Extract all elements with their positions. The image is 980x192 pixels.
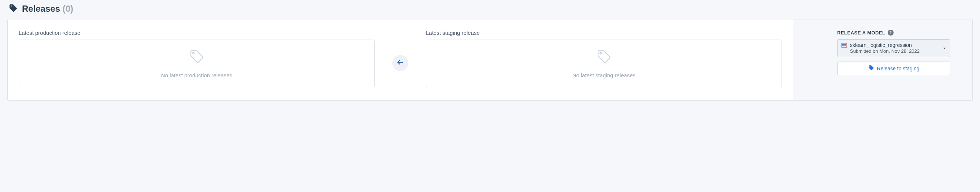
staging-empty-text: No latest staging releases	[573, 72, 636, 78]
release-to-staging-button[interactable]: Release to staging	[837, 62, 950, 75]
staging-column: Latest staging release No latest staging…	[426, 30, 782, 87]
releases-content: Latest production release No latest prod…	[8, 19, 793, 101]
production-column: Latest production release No latest prod…	[19, 30, 375, 87]
notebook-icon	[841, 43, 847, 48]
help-icon[interactable]: ?	[888, 30, 894, 35]
tag-icon	[9, 4, 18, 14]
tag-outline-icon	[596, 49, 612, 66]
promote-arrow-wrap	[375, 55, 426, 71]
tag-outline-icon	[189, 49, 204, 66]
production-label: Latest production release	[19, 30, 375, 36]
svg-point-2	[600, 53, 601, 54]
release-model-header: RELEASE A MODEL ?	[837, 30, 950, 35]
promote-arrow-button[interactable]	[392, 55, 408, 71]
releases-header: Releases (0)	[7, 4, 973, 14]
model-selector[interactable]: sklearn_logistic_regression Submitted on…	[837, 39, 950, 57]
svg-rect-4	[842, 44, 846, 45]
release-model-sidebar: RELEASE A MODEL ? sklearn_logistic_regre…	[793, 19, 972, 101]
production-release-box: No latest production releases	[19, 40, 375, 87]
svg-point-0	[192, 53, 194, 54]
release-model-label: RELEASE A MODEL	[837, 30, 886, 35]
releases-panel: Latest production release No latest prod…	[7, 19, 973, 101]
release-button-label: Release to staging	[877, 66, 920, 72]
staging-release-box: No latest staging releases	[426, 40, 782, 87]
production-empty-text: No latest production releases	[161, 72, 232, 78]
selected-model-name: sklearn_logistic_regression	[850, 42, 920, 48]
release-count: (0)	[63, 4, 73, 14]
page-title: Releases	[22, 4, 60, 14]
svg-rect-5	[842, 45, 846, 46]
arrow-left-icon	[397, 59, 404, 67]
selected-model-submitted: Submitted on Mon, Nov 28, 2022	[850, 48, 920, 54]
staging-label: Latest staging release	[426, 30, 782, 36]
chevron-down-icon	[943, 45, 946, 52]
tag-icon	[868, 65, 874, 72]
